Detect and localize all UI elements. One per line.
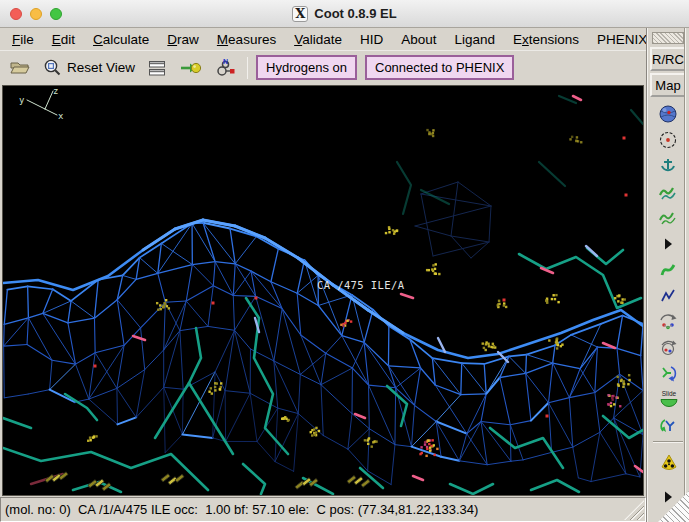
refine-fragment-icon xyxy=(658,182,678,202)
hazard-tools-button[interactable] xyxy=(658,453,678,473)
menu-edit[interactable]: Edit xyxy=(43,30,84,49)
menu-measures[interactable]: Measures xyxy=(208,30,285,49)
slide-peptide-button[interactable]: Slide xyxy=(658,390,678,410)
svg-text:N: N xyxy=(223,59,228,65)
map-sphere-icon xyxy=(658,104,678,124)
toolbar-separator xyxy=(247,57,248,79)
phenix-connection-badge[interactable]: Connected to PHENIX xyxy=(365,55,514,80)
picked-atom-label: CA /475 ILE/A xyxy=(317,279,405,291)
open-folder-icon xyxy=(9,59,31,76)
modelling-sidebar: R/RC Map xyxy=(646,28,689,522)
window-titlebar[interactable]: X Coot 0.8.9 EL xyxy=(0,0,689,28)
menu-calculate[interactable]: Calculate xyxy=(84,30,158,49)
expander-triangle-icon xyxy=(658,234,678,254)
expand-tools-button[interactable] xyxy=(658,234,678,254)
go-to-atom-arrow-icon xyxy=(179,60,202,76)
axis-z-label: z xyxy=(53,86,58,96)
sidebar-edge-strip xyxy=(684,28,689,522)
menu-ligand[interactable]: Ligand xyxy=(445,30,504,49)
menu-about[interactable]: About xyxy=(392,30,445,49)
reset-view-button[interactable]: Reset View xyxy=(40,56,138,79)
close-button[interactable] xyxy=(10,8,22,20)
axis-y-label: y xyxy=(19,95,25,105)
smiles-builder-button[interactable]: N xyxy=(211,57,239,79)
coot-window: X Coot 0.8.9 EL File Edit Calculate Draw… xyxy=(0,0,689,522)
menu-file[interactable]: File xyxy=(3,30,43,49)
flip-peptide-back-button[interactable] xyxy=(658,416,678,436)
real-space-refine-icon xyxy=(658,260,678,280)
hydrogens-status-badge[interactable]: Hydrogens on xyxy=(256,55,357,80)
open-coords-button[interactable] xyxy=(6,57,34,78)
rotate-translate-icon xyxy=(658,312,678,332)
menubar: File Edit Calculate Draw Measures Valida… xyxy=(0,28,646,50)
refine-zone-icon xyxy=(658,208,678,228)
regularize-icon xyxy=(658,286,678,306)
radiation-hazard-icon xyxy=(658,452,678,474)
recentre-crosshair-icon xyxy=(658,130,678,150)
statusbar-resize-grip[interactable] xyxy=(624,500,644,520)
rotate-translate-sphere-button[interactable] xyxy=(658,338,678,358)
sidebar-separator xyxy=(653,441,683,443)
menu-extensions[interactable]: Extensions xyxy=(504,30,588,49)
main-toolbar: Reset View N xyxy=(0,50,646,84)
statusbar-text: (mol. no: 0) CA /1/A/475 ILE occ: 1.00 b… xyxy=(5,502,478,517)
display-map-sphere-button[interactable] xyxy=(658,104,678,124)
refine-zone-button[interactable] xyxy=(658,208,678,228)
gl-canvas[interactable]: z y x CA /475 ILE/A xyxy=(3,86,643,495)
menu-draw[interactable]: Draw xyxy=(158,30,208,49)
menu-hid[interactable]: HID xyxy=(351,30,392,49)
rotate-sphere-icon xyxy=(658,338,678,358)
display-manager-windows-icon xyxy=(147,59,167,77)
sidebar-drag-handle[interactable] xyxy=(652,32,684,44)
anchor-restraint-button[interactable] xyxy=(658,156,678,176)
map-button[interactable]: Map xyxy=(650,73,686,97)
x11-app-icon: X xyxy=(292,6,308,22)
flip-peptide-back-icon xyxy=(658,416,678,436)
more-tools-button[interactable] xyxy=(658,487,678,507)
zoom-button[interactable] xyxy=(50,8,62,20)
window-title: Coot 0.8.9 EL xyxy=(314,6,396,21)
rrc-button[interactable]: R/RC xyxy=(650,47,686,71)
minimize-button[interactable] xyxy=(30,8,42,20)
rotate-translate-zone-button[interactable] xyxy=(658,312,678,332)
reset-view-label: Reset View xyxy=(67,60,135,75)
reset-view-magnifier-icon xyxy=(43,58,62,77)
go-to-atom-button[interactable] xyxy=(176,58,205,78)
real-space-refine-button[interactable] xyxy=(658,260,678,280)
slide-label: Slide xyxy=(662,390,677,397)
statusbar: (mol. no: 0) CA /1/A/475 ILE occ: 1.00 b… xyxy=(0,497,646,522)
smiles-molecule-icon: N xyxy=(214,59,236,77)
display-manager-button[interactable] xyxy=(144,57,170,79)
anchor-icon xyxy=(658,156,678,176)
slide-peptide-icon: Slide xyxy=(658,389,678,411)
refine-fragment-button[interactable] xyxy=(658,182,678,202)
recentre-button[interactable] xyxy=(658,130,678,150)
regularize-zone-button[interactable] xyxy=(658,286,678,306)
more-tools-triangle-icon xyxy=(658,487,678,507)
flip-peptide-icon xyxy=(658,364,678,384)
flip-peptide-forward-button[interactable] xyxy=(658,364,678,384)
canvas-frame: z y x CA /475 ILE/A xyxy=(0,84,646,497)
menu-validate[interactable]: Validate xyxy=(285,30,351,49)
axis-x-label: x xyxy=(58,111,64,121)
